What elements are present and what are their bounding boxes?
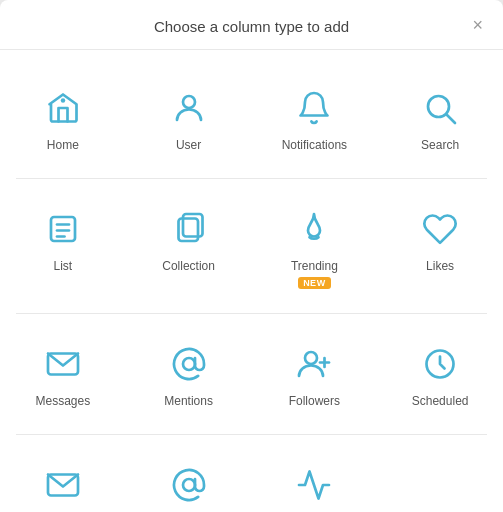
activity-icon (292, 463, 336, 507)
collection-label: Collection (162, 259, 215, 275)
followers-icon (292, 342, 336, 386)
grid-item-home[interactable]: Home (0, 68, 126, 168)
svg-point-11 (183, 358, 195, 370)
search-icon (418, 86, 462, 130)
bell-icon (292, 86, 336, 130)
list-label: List (54, 259, 73, 275)
section-3: Messages Mentions Followers Scheduled (0, 314, 503, 434)
grid-item-followers[interactable]: Followers (252, 324, 378, 424)
home-label: Home (47, 138, 79, 154)
at-all-icon (167, 463, 211, 507)
collection-icon (167, 207, 211, 251)
modal-title: Choose a column type to add (154, 18, 349, 35)
heart-icon (418, 207, 462, 251)
svg-point-1 (183, 96, 195, 108)
grid-item-list[interactable]: List (0, 189, 126, 304)
followers-label: Followers (289, 394, 340, 410)
svg-point-0 (61, 98, 66, 103)
grid-item-search[interactable]: Search (377, 68, 503, 168)
grid-item-mentions[interactable]: Mentions (126, 324, 252, 424)
close-button[interactable]: × (468, 12, 487, 38)
grid-item-messages-all[interactable]: Messages(all accounts) (0, 445, 126, 512)
scheduled-label: Scheduled (412, 394, 469, 410)
mail-all-icon (41, 463, 85, 507)
home-icon (41, 86, 85, 130)
grid-item-user[interactable]: User (126, 68, 252, 168)
grid-item-scheduled[interactable]: Scheduled (377, 324, 503, 424)
svg-point-17 (183, 479, 195, 491)
modal: Choose a column type to add × Home User … (0, 0, 503, 512)
svg-point-12 (305, 352, 317, 364)
modal-header: Choose a column type to add × (0, 0, 503, 49)
user-label: User (176, 138, 201, 154)
grid-item-trending[interactable]: Trending NEW (252, 189, 378, 304)
new-badge: NEW (298, 277, 331, 289)
grid-item-notifications[interactable]: Notifications (252, 68, 378, 168)
section-1: Home User Notifications Search (0, 58, 503, 178)
likes-label: Likes (426, 259, 454, 275)
mentions-label: Mentions (164, 394, 213, 410)
trending-icon (292, 207, 336, 251)
svg-line-3 (447, 115, 455, 123)
grid-item-activity[interactable]: Activity (252, 445, 378, 512)
section-bottom: Messages(all accounts) Mentions(all acco… (0, 435, 503, 512)
grid-item-mentions-all[interactable]: Mentions(all accounts) (126, 445, 252, 512)
section-2: List Collection Trending NEW Likes (0, 179, 503, 314)
top-divider (0, 49, 503, 50)
user-icon (167, 86, 211, 130)
mail-icon (41, 342, 85, 386)
search-label: Search (421, 138, 459, 154)
grid-item-messages[interactable]: Messages (0, 324, 126, 424)
notifications-label: Notifications (282, 138, 347, 154)
at-icon (167, 342, 211, 386)
grid-item-collection[interactable]: Collection (126, 189, 252, 304)
grid-item-likes[interactable]: Likes (377, 189, 503, 304)
clock-icon (418, 342, 462, 386)
messages-label: Messages (36, 394, 91, 410)
list-icon (41, 207, 85, 251)
trending-label: Trending (291, 259, 338, 275)
